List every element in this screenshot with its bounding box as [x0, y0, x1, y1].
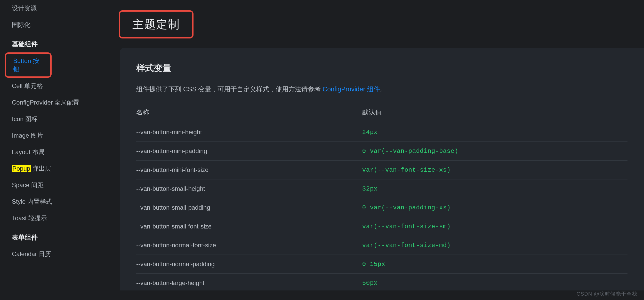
desc-text-prefix: 组件提供了下列 CSS 变量，可用于自定义样式，使用方法请参考 [136, 85, 323, 93]
table-header-value: 默认值 [362, 104, 627, 123]
sidebar-item-design-resources[interactable]: 设计资源 [0, 0, 108, 17]
css-var-name: --van-button-mini-height [136, 123, 362, 142]
css-var-value: 0 var(--van-padding-base) [362, 142, 627, 161]
css-vars-table: 名称 默认值 --van-button-mini-height24px--van… [136, 104, 627, 290]
theme-panel: 样式变量 组件提供了下列 CSS 变量，可用于自定义样式，使用方法请参考 Con… [120, 48, 644, 290]
sidebar-item-toast[interactable]: Toast 轻提示 [0, 210, 108, 226]
sidebar-item-calendar[interactable]: Calendar 日历 [0, 246, 108, 262]
sidebar: 设计资源国际化 基础组件 Button 按钮Cell 单元格ConfigProv… [0, 0, 108, 300]
css-var-value: var(--van-font-size-md) [362, 236, 627, 255]
css-var-name: --van-button-normal-padding [136, 255, 362, 274]
css-var-value: var(--van-font-size-xs) [362, 161, 627, 179]
desc-text-suffix: 。 [380, 85, 387, 93]
highlight-token: Popup [12, 165, 31, 172]
css-var-name: --van-button-large-height [136, 274, 362, 291]
page-title-highlight-box: 主题定制 [119, 10, 194, 38]
table-row: --van-button-small-padding0 var(--van-pa… [136, 198, 627, 217]
sidebar-item-button[interactable]: Button 按钮 [5, 52, 52, 78]
css-var-value: 32px [362, 179, 627, 198]
sidebar-item-image[interactable]: Image 图片 [0, 127, 108, 144]
css-var-value: 50px [362, 274, 627, 291]
css-var-name: --van-button-normal-font-size [136, 236, 362, 255]
main-content: 主题定制 样式变量 组件提供了下列 CSS 变量，可用于自定义样式，使用方法请参… [108, 0, 644, 300]
table-row: --van-button-mini-height24px [136, 123, 627, 142]
css-var-name: --van-button-small-height [136, 179, 362, 198]
table-row: --van-button-small-height32px [136, 179, 627, 198]
table-row: --van-button-normal-font-sizevar(--van-f… [136, 236, 627, 255]
sidebar-heading-form: 表单组件 [0, 226, 108, 246]
sidebar-item-popup[interactable]: Popup 弹出层 [0, 160, 108, 177]
table-row: --van-button-large-height50px [136, 274, 627, 291]
page-title: 主题定制 [132, 17, 180, 32]
css-var-value: var(--van-font-size-sm) [362, 217, 627, 236]
css-var-name: --van-button-small-font-size [136, 217, 362, 236]
table-row: --van-button-small-font-sizevar(--van-fo… [136, 217, 627, 236]
table-row: --van-button-mini-padding0 var(--van-pad… [136, 142, 627, 161]
table-header-name: 名称 [136, 104, 362, 123]
sidebar-item-label: 弹出层 [31, 165, 51, 172]
sidebar-item-configprovider[interactable]: ConfigProvider 全局配置 [0, 94, 108, 111]
section-title: 样式变量 [136, 62, 627, 74]
css-var-value: 0 15px [362, 255, 627, 274]
sidebar-item-cell[interactable]: Cell 单元格 [0, 78, 108, 94]
table-row: --van-button-normal-padding0 15px [136, 255, 627, 274]
sidebar-item-space[interactable]: Space 间距 [0, 177, 108, 193]
configprovider-link[interactable]: ConfigProvider 组件 [323, 85, 380, 93]
css-var-value: 0 var(--van-padding-xs) [362, 198, 627, 217]
sidebar-item-style[interactable]: Style 内置样式 [0, 193, 108, 210]
css-var-name: --van-button-small-padding [136, 198, 362, 217]
sidebar-item-layout[interactable]: Layout 布局 [0, 144, 108, 160]
watermark: CSDN @啥时候能干全栈 [576, 290, 637, 297]
sidebar-item-icon[interactable]: Icon 图标 [0, 111, 108, 127]
css-var-name: --van-button-mini-padding [136, 142, 362, 161]
sidebar-heading-basic: 基础组件 [0, 33, 108, 52]
app-root: 设计资源国际化 基础组件 Button 按钮Cell 单元格ConfigProv… [0, 0, 644, 300]
section-description: 组件提供了下列 CSS 变量，可用于自定义样式，使用方法请参考 ConfigPr… [136, 85, 627, 93]
css-var-value: 24px [362, 123, 627, 142]
sidebar-item-i18n[interactable]: 国际化 [0, 17, 108, 33]
table-row: --van-button-mini-font-sizevar(--van-fon… [136, 161, 627, 179]
css-var-name: --van-button-mini-font-size [136, 161, 362, 179]
